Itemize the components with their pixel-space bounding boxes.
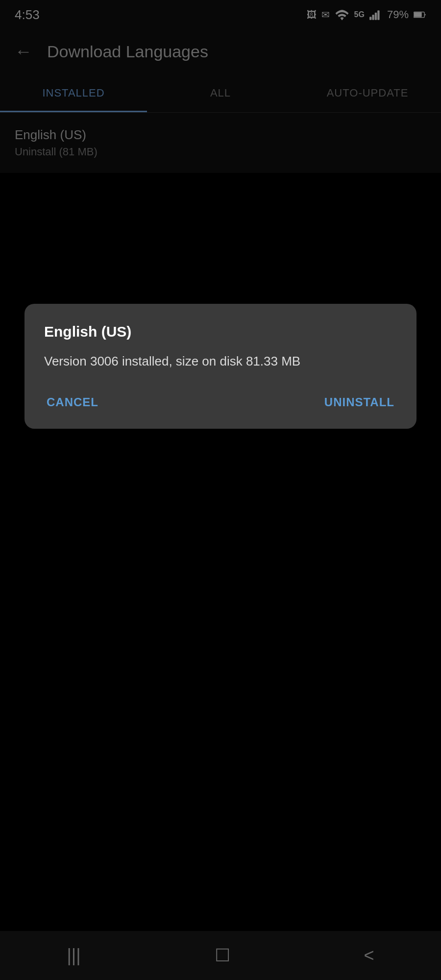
- dialog-message: Version 3006 installed, size on disk 81.…: [44, 352, 397, 371]
- language-dialog: English (US) Version 3006 installed, siz…: [24, 304, 416, 429]
- uninstall-button[interactable]: UNINSTALL: [322, 391, 397, 414]
- dialog-title: English (US): [44, 323, 397, 340]
- dialog-actions: CANCEL UNINSTALL: [44, 391, 397, 414]
- dialog-overlay: [0, 0, 441, 980]
- cancel-button[interactable]: CANCEL: [44, 391, 101, 414]
